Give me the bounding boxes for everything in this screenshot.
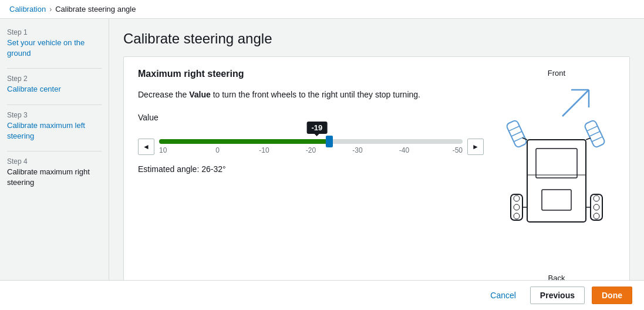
step-divider-2 [7,105,102,105]
tick-1: 0 [206,146,230,154]
svg-rect-13 [542,190,571,210]
step4-label: Step 4 [7,157,102,166]
svg-point-22 [594,213,599,219]
svg-line-9 [589,132,600,136]
step3-title[interactable]: Calibrate maximum left steering [7,120,102,141]
sidebar-item-step4: Step 4 Calibrate maximum right steering [7,157,102,188]
robot-front-label: Front [548,69,565,78]
breadcrumb-separator: › [49,5,52,14]
svg-point-21 [594,204,599,210]
slider-ticks: 10 0 -10 -20 -30 -40 -50 [159,146,463,154]
footer: Cancel Previous Done [0,280,644,310]
tick-6: -50 [439,146,463,154]
page-title: Calibrate steering angle [123,31,630,47]
robot-back-label: Back [548,274,565,280]
step2-label: Step 2 [7,75,102,83]
tick-3: -20 [299,146,323,154]
sidebar-item-step1: Step 1 Set your vehicle on the ground [7,28,102,59]
tick-5: -40 [393,146,416,154]
svg-rect-19 [591,194,602,220]
value-label: Value [138,113,484,122]
breadcrumb-current: Calibrate steering angle [55,5,136,14]
panel-right: Front [498,69,615,280]
sidebar: Step 1 Set your vehicle on the ground St… [0,19,109,280]
breadcrumb-bar: Calibration › Calibrate steering angle [0,0,644,19]
cancel-button[interactable]: Cancel [483,287,523,304]
step4-title: Calibrate maximum right steering [7,167,102,188]
tick-4: -30 [346,146,369,154]
slider-track-wrapper: -19 10 0 -10 -20 -30 -40 -50 [159,139,463,154]
slider-fill [159,139,329,144]
done-button[interactable]: Done [592,287,632,304]
slider-track[interactable] [159,139,463,144]
svg-point-16 [514,196,520,201]
step-divider-1 [7,68,102,69]
svg-line-0 [562,90,589,116]
svg-line-10 [592,137,602,141]
step1-label: Step 1 [7,28,102,36]
svg-rect-12 [536,149,577,178]
svg-point-18 [514,213,520,219]
step-divider-3 [7,151,102,151]
svg-line-4 [509,126,520,131]
tick-0: 10 [159,146,183,154]
sidebar-item-step3: Step 3 Calibrate maximum left steering [7,111,102,141]
step1-title[interactable]: Set your vehicle on the ground [7,38,102,59]
sidebar-item-step2: Step 2 Calibrate center [7,75,102,95]
instruction-suffix: to turn the front wheels to the right un… [211,90,420,99]
robot-diagram: Front [504,69,609,280]
estimated-angle: Estimated angle: 26-32° [138,164,484,174]
robot-svg [504,81,609,269]
svg-line-24 [586,138,591,140]
slider-dec-button[interactable]: ◄ [138,139,154,155]
slider-tooltip: -19 [306,122,327,134]
svg-line-5 [511,132,522,136]
svg-line-6 [514,137,524,141]
instruction-bold: Value [189,90,211,99]
svg-line-8 [587,126,598,131]
content-area: Calibrate steering angle Maximum right s… [109,19,644,280]
svg-point-20 [594,196,599,201]
svg-point-17 [514,204,520,210]
panel-left: Maximum right steering Decrease the Valu… [138,69,484,280]
tick-2: -10 [252,146,276,154]
instruction-prefix: Decrease the [138,90,189,99]
svg-rect-15 [511,194,522,220]
slider-thumb[interactable] [326,136,333,147]
breadcrumb-link[interactable]: Calibration [9,5,46,14]
step3-label: Step 3 [7,111,102,119]
slider-container: ◄ -19 10 0 -10 -20 -30 [138,139,484,155]
previous-button[interactable]: Previous [530,287,585,304]
main-layout: Step 1 Set your vehicle on the ground St… [0,19,644,280]
section-title: Maximum right steering [138,69,484,79]
step2-title[interactable]: Calibrate center [7,84,102,95]
main-panel: Maximum right steering Decrease the Valu… [123,56,630,280]
slider-inc-button[interactable]: ► [467,139,484,155]
instruction-text: Decrease the Value to turn the front whe… [138,89,484,101]
